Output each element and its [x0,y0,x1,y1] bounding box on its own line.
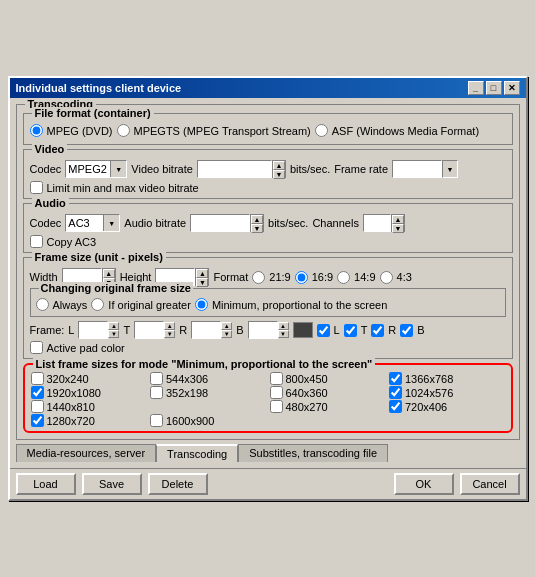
r-input[interactable]: 0 [191,321,221,339]
height-spinbutton[interactable]: ▲ ▼ [195,268,209,286]
audio-bitrate-unit: bits/sec. [268,217,308,229]
r-spinner[interactable]: 0 ▲ ▼ [191,321,232,339]
ok-button[interactable]: OK [394,473,454,495]
audio-codec-dropdown[interactable]: AC3 ▼ [65,214,120,232]
bitrate-input[interactable]: 50 000 000 [197,160,272,178]
check-352x198[interactable] [150,386,163,399]
framerate-dropdown-arrow[interactable]: ▼ [442,160,458,178]
check-1366x768[interactable] [389,372,402,385]
check-t[interactable] [344,324,357,337]
height-down[interactable]: ▼ [196,278,208,287]
radio-mpeg-dvd[interactable] [30,124,43,137]
audio-bitrate-spinbutton[interactable]: ▲ ▼ [250,214,264,232]
radio-4-3[interactable] [380,271,393,284]
height-up[interactable]: ▲ [196,269,208,278]
title-bar-buttons: _ □ ✕ [468,81,520,95]
check-1920x1080[interactable] [31,386,44,399]
tabs-bar: Media-resources, server Transcoding Subs… [16,444,520,462]
r-spinbutton[interactable]: ▲ ▼ [221,322,232,338]
audio-bitrate-up[interactable]: ▲ [251,215,263,224]
t-spinbutton[interactable]: ▲ ▼ [164,322,175,338]
check-544x306[interactable] [150,372,163,385]
minimize-button[interactable]: _ [468,81,484,95]
delete-button[interactable]: Delete [148,473,208,495]
radio-if-original[interactable] [91,298,104,311]
r-up[interactable]: ▲ [221,322,232,330]
check-t-label: T [361,324,368,336]
codec-label: Codec [30,163,62,175]
l-input[interactable]: 0 [78,321,108,339]
limit-bitrate-label: Limit min and max video bitrate [47,182,199,194]
width-up[interactable]: ▲ [103,269,115,278]
check-720x406[interactable] [389,400,402,413]
channels-up[interactable]: ▲ [392,215,404,224]
b-input[interactable]: 0 [248,321,278,339]
check-1600x900[interactable] [150,414,163,427]
check-1024x576[interactable] [389,386,402,399]
bitrate-down[interactable]: ▼ [273,170,285,179]
t-spinner[interactable]: 0 ▲ ▼ [134,321,175,339]
channels-spinbutton[interactable]: ▲ ▼ [391,214,405,232]
label-1440x810: 1440x810 [47,401,95,413]
main-content: Transcoding File format (container) MPEG… [10,98,526,468]
l-spinner[interactable]: 0 ▲ ▼ [78,321,119,339]
channels-down[interactable]: ▼ [392,224,404,233]
check-r[interactable] [371,324,384,337]
b-up[interactable]: ▲ [278,322,289,330]
save-button[interactable]: Save [82,473,142,495]
check-l[interactable] [317,324,330,337]
b-spinner[interactable]: 0 ▲ ▼ [248,321,289,339]
check-480x270[interactable] [270,400,283,413]
audio-codec-arrow[interactable]: ▼ [103,215,119,231]
radio-minimum-prop[interactable] [195,298,208,311]
check-1440x810[interactable] [31,400,44,413]
check-b[interactable] [400,324,413,337]
t-up[interactable]: ▲ [164,322,175,330]
frame-ltrb-label: Frame: [30,324,65,336]
audio-bitrate-input[interactable]: 448 000 [190,214,250,232]
audio-bitrate-spinner[interactable]: 448 000 ▲ ▼ [190,214,264,232]
t-down[interactable]: ▼ [164,330,175,338]
framerate-input[interactable] [392,160,442,178]
ltrb-row: Frame: L 0 ▲ ▼ T 0 [30,321,506,339]
bitrate-spinner[interactable]: 50 000 000 ▲ ▼ [197,160,286,178]
always-label: Always [53,299,88,311]
tab-transcoding[interactable]: Transcoding [156,444,238,462]
t-input[interactable]: 0 [134,321,164,339]
cancel-button[interactable]: Cancel [460,473,520,495]
copy-ac3-checkbox[interactable] [30,235,43,248]
check-640x360[interactable] [270,386,283,399]
bitrate-spinbutton[interactable]: ▲ ▼ [272,160,286,178]
channels-spinner[interactable]: 0 ▲ ▼ [363,214,405,232]
check-320x240[interactable] [31,372,44,385]
b-down[interactable]: ▼ [278,330,289,338]
tab-subtitles[interactable]: Substitles, transcoding file [238,444,388,462]
maximize-button[interactable]: □ [486,81,502,95]
codec-dropdown-arrow[interactable]: ▼ [110,161,126,177]
l-spinbutton[interactable]: ▲ ▼ [108,322,119,338]
r-label: R [179,324,187,336]
active-pad-checkbox[interactable] [30,341,43,354]
list-item: 1920x1080 [31,386,147,399]
b-spinbutton[interactable]: ▲ ▼ [278,322,289,338]
check-l-label: L [334,324,340,336]
load-button[interactable]: Load [16,473,76,495]
radio-mpegts[interactable] [117,124,130,137]
bitrate-up[interactable]: ▲ [273,161,285,170]
close-button[interactable]: ✕ [504,81,520,95]
audio-bitrate-down[interactable]: ▼ [251,224,263,233]
codec-dropdown[interactable]: MPEG2 ▼ [65,160,127,178]
l-down[interactable]: ▼ [108,330,119,338]
channels-input[interactable]: 0 [363,214,391,232]
limit-bitrate-checkbox[interactable] [30,181,43,194]
check-1280x720[interactable] [31,414,44,427]
check-800x450[interactable] [270,372,283,385]
radio-always[interactable] [36,298,49,311]
tab-media-resources[interactable]: Media-resources, server [16,444,157,462]
l-up[interactable]: ▲ [108,322,119,330]
radio-14-9[interactable] [337,271,350,284]
radio-asf[interactable] [315,124,328,137]
r-down[interactable]: ▼ [221,330,232,338]
radio-16-9[interactable] [295,271,308,284]
radio-21-9[interactable] [252,271,265,284]
